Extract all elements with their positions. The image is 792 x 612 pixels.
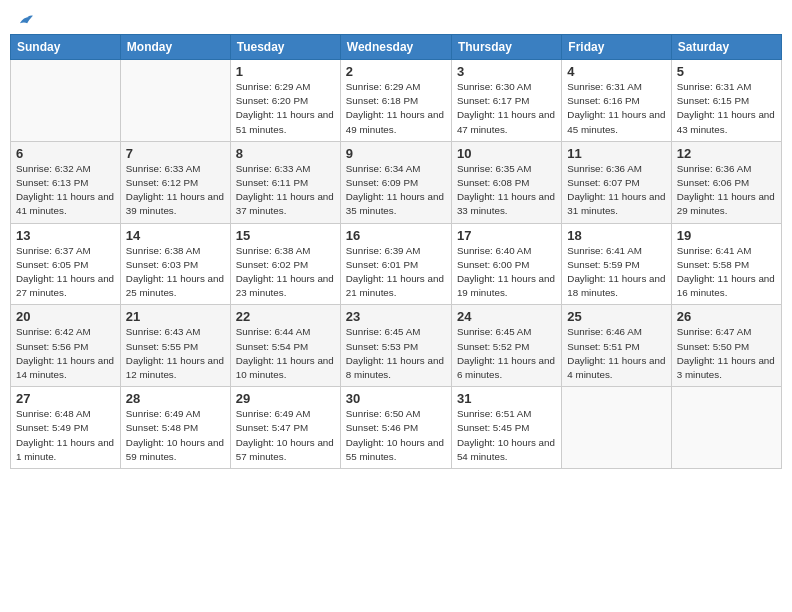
day-info: Sunrise: 6:35 AM Sunset: 6:08 PM Dayligh…	[457, 162, 556, 219]
week-row-4: 20Sunrise: 6:42 AM Sunset: 5:56 PM Dayli…	[11, 305, 782, 387]
header-tuesday: Tuesday	[230, 35, 340, 60]
day-number: 21	[126, 309, 225, 324]
day-info: Sunrise: 6:49 AM Sunset: 5:47 PM Dayligh…	[236, 407, 335, 464]
calendar-table: SundayMondayTuesdayWednesdayThursdayFrid…	[10, 34, 782, 469]
day-number: 30	[346, 391, 446, 406]
day-number: 20	[16, 309, 115, 324]
calendar-cell	[120, 60, 230, 142]
day-number: 7	[126, 146, 225, 161]
header-sunday: Sunday	[11, 35, 121, 60]
calendar-cell: 19Sunrise: 6:41 AM Sunset: 5:58 PM Dayli…	[671, 223, 781, 305]
day-number: 23	[346, 309, 446, 324]
day-info: Sunrise: 6:48 AM Sunset: 5:49 PM Dayligh…	[16, 407, 115, 464]
calendar-cell: 4Sunrise: 6:31 AM Sunset: 6:16 PM Daylig…	[562, 60, 671, 142]
calendar-cell: 11Sunrise: 6:36 AM Sunset: 6:07 PM Dayli…	[562, 141, 671, 223]
calendar-cell: 6Sunrise: 6:32 AM Sunset: 6:13 PM Daylig…	[11, 141, 121, 223]
week-row-3: 13Sunrise: 6:37 AM Sunset: 6:05 PM Dayli…	[11, 223, 782, 305]
day-number: 9	[346, 146, 446, 161]
day-number: 5	[677, 64, 776, 79]
calendar-cell: 12Sunrise: 6:36 AM Sunset: 6:06 PM Dayli…	[671, 141, 781, 223]
day-number: 2	[346, 64, 446, 79]
header-row: SundayMondayTuesdayWednesdayThursdayFrid…	[11, 35, 782, 60]
day-number: 12	[677, 146, 776, 161]
day-info: Sunrise: 6:50 AM Sunset: 5:46 PM Dayligh…	[346, 407, 446, 464]
day-info: Sunrise: 6:46 AM Sunset: 5:51 PM Dayligh…	[567, 325, 665, 382]
day-number: 10	[457, 146, 556, 161]
day-info: Sunrise: 6:44 AM Sunset: 5:54 PM Dayligh…	[236, 325, 335, 382]
calendar-cell: 21Sunrise: 6:43 AM Sunset: 5:55 PM Dayli…	[120, 305, 230, 387]
day-number: 27	[16, 391, 115, 406]
calendar-cell: 17Sunrise: 6:40 AM Sunset: 6:00 PM Dayli…	[451, 223, 561, 305]
calendar-cell: 18Sunrise: 6:41 AM Sunset: 5:59 PM Dayli…	[562, 223, 671, 305]
calendar-cell: 15Sunrise: 6:38 AM Sunset: 6:02 PM Dayli…	[230, 223, 340, 305]
calendar-cell: 29Sunrise: 6:49 AM Sunset: 5:47 PM Dayli…	[230, 387, 340, 469]
header-saturday: Saturday	[671, 35, 781, 60]
day-info: Sunrise: 6:36 AM Sunset: 6:07 PM Dayligh…	[567, 162, 665, 219]
calendar-cell: 26Sunrise: 6:47 AM Sunset: 5:50 PM Dayli…	[671, 305, 781, 387]
calendar-cell: 9Sunrise: 6:34 AM Sunset: 6:09 PM Daylig…	[340, 141, 451, 223]
day-number: 3	[457, 64, 556, 79]
day-info: Sunrise: 6:43 AM Sunset: 5:55 PM Dayligh…	[126, 325, 225, 382]
week-row-1: 1Sunrise: 6:29 AM Sunset: 6:20 PM Daylig…	[11, 60, 782, 142]
day-number: 31	[457, 391, 556, 406]
calendar-cell: 7Sunrise: 6:33 AM Sunset: 6:12 PM Daylig…	[120, 141, 230, 223]
day-info: Sunrise: 6:45 AM Sunset: 5:53 PM Dayligh…	[346, 325, 446, 382]
day-info: Sunrise: 6:45 AM Sunset: 5:52 PM Dayligh…	[457, 325, 556, 382]
calendar-cell: 1Sunrise: 6:29 AM Sunset: 6:20 PM Daylig…	[230, 60, 340, 142]
day-info: Sunrise: 6:51 AM Sunset: 5:45 PM Dayligh…	[457, 407, 556, 464]
day-number: 22	[236, 309, 335, 324]
day-info: Sunrise: 6:41 AM Sunset: 5:58 PM Dayligh…	[677, 244, 776, 301]
day-number: 19	[677, 228, 776, 243]
day-number: 6	[16, 146, 115, 161]
day-info: Sunrise: 6:30 AM Sunset: 6:17 PM Dayligh…	[457, 80, 556, 137]
calendar-cell	[11, 60, 121, 142]
day-number: 8	[236, 146, 335, 161]
calendar-cell: 14Sunrise: 6:38 AM Sunset: 6:03 PM Dayli…	[120, 223, 230, 305]
calendar-cell: 25Sunrise: 6:46 AM Sunset: 5:51 PM Dayli…	[562, 305, 671, 387]
day-info: Sunrise: 6:33 AM Sunset: 6:12 PM Dayligh…	[126, 162, 225, 219]
day-info: Sunrise: 6:38 AM Sunset: 6:02 PM Dayligh…	[236, 244, 335, 301]
day-info: Sunrise: 6:36 AM Sunset: 6:06 PM Dayligh…	[677, 162, 776, 219]
header-wednesday: Wednesday	[340, 35, 451, 60]
day-info: Sunrise: 6:47 AM Sunset: 5:50 PM Dayligh…	[677, 325, 776, 382]
calendar-cell: 24Sunrise: 6:45 AM Sunset: 5:52 PM Dayli…	[451, 305, 561, 387]
calendar-cell: 13Sunrise: 6:37 AM Sunset: 6:05 PM Dayli…	[11, 223, 121, 305]
day-info: Sunrise: 6:40 AM Sunset: 6:00 PM Dayligh…	[457, 244, 556, 301]
day-number: 24	[457, 309, 556, 324]
day-info: Sunrise: 6:39 AM Sunset: 6:01 PM Dayligh…	[346, 244, 446, 301]
day-info: Sunrise: 6:34 AM Sunset: 6:09 PM Dayligh…	[346, 162, 446, 219]
day-number: 1	[236, 64, 335, 79]
calendar-cell: 16Sunrise: 6:39 AM Sunset: 6:01 PM Dayli…	[340, 223, 451, 305]
calendar-cell: 22Sunrise: 6:44 AM Sunset: 5:54 PM Dayli…	[230, 305, 340, 387]
week-row-2: 6Sunrise: 6:32 AM Sunset: 6:13 PM Daylig…	[11, 141, 782, 223]
day-number: 17	[457, 228, 556, 243]
calendar-cell: 8Sunrise: 6:33 AM Sunset: 6:11 PM Daylig…	[230, 141, 340, 223]
week-row-5: 27Sunrise: 6:48 AM Sunset: 5:49 PM Dayli…	[11, 387, 782, 469]
header-thursday: Thursday	[451, 35, 561, 60]
day-info: Sunrise: 6:29 AM Sunset: 6:20 PM Dayligh…	[236, 80, 335, 137]
day-number: 14	[126, 228, 225, 243]
day-info: Sunrise: 6:41 AM Sunset: 5:59 PM Dayligh…	[567, 244, 665, 301]
day-info: Sunrise: 6:42 AM Sunset: 5:56 PM Dayligh…	[16, 325, 115, 382]
page-header	[10, 10, 782, 26]
logo	[14, 10, 36, 26]
calendar-cell: 30Sunrise: 6:50 AM Sunset: 5:46 PM Dayli…	[340, 387, 451, 469]
day-number: 13	[16, 228, 115, 243]
day-info: Sunrise: 6:31 AM Sunset: 6:16 PM Dayligh…	[567, 80, 665, 137]
calendar-cell: 3Sunrise: 6:30 AM Sunset: 6:17 PM Daylig…	[451, 60, 561, 142]
calendar-cell	[562, 387, 671, 469]
day-number: 11	[567, 146, 665, 161]
day-info: Sunrise: 6:38 AM Sunset: 6:03 PM Dayligh…	[126, 244, 225, 301]
day-number: 26	[677, 309, 776, 324]
calendar-cell: 10Sunrise: 6:35 AM Sunset: 6:08 PM Dayli…	[451, 141, 561, 223]
day-number: 28	[126, 391, 225, 406]
calendar-cell: 31Sunrise: 6:51 AM Sunset: 5:45 PM Dayli…	[451, 387, 561, 469]
day-number: 4	[567, 64, 665, 79]
day-number: 25	[567, 309, 665, 324]
day-info: Sunrise: 6:37 AM Sunset: 6:05 PM Dayligh…	[16, 244, 115, 301]
calendar-cell: 27Sunrise: 6:48 AM Sunset: 5:49 PM Dayli…	[11, 387, 121, 469]
day-info: Sunrise: 6:33 AM Sunset: 6:11 PM Dayligh…	[236, 162, 335, 219]
logo-bird-icon	[14, 10, 36, 32]
calendar-cell: 23Sunrise: 6:45 AM Sunset: 5:53 PM Dayli…	[340, 305, 451, 387]
calendar-cell: 5Sunrise: 6:31 AM Sunset: 6:15 PM Daylig…	[671, 60, 781, 142]
